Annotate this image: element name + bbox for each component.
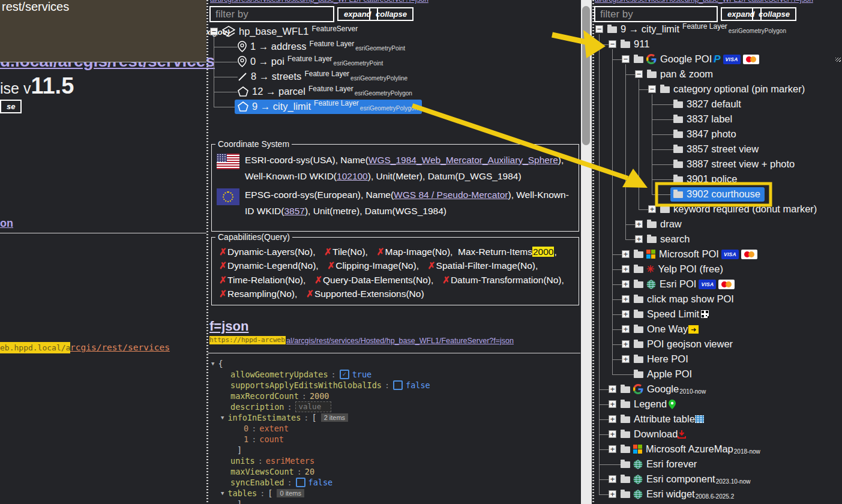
tree-item-hp-base-wfl1[interactable]: −hp_base_WFL1FeatureServer <box>210 24 358 39</box>
coord-link[interactable]: 102100 <box>337 171 368 181</box>
tree-guide-line <box>612 299 622 300</box>
tree-item-legend[interactable]: +Legend <box>609 397 676 412</box>
collapse-left-button[interactable]: se <box>0 100 22 113</box>
tree-guide-line <box>599 479 609 480</box>
tree-item-esri-poi[interactable]: +Esri POIVISA <box>622 277 735 292</box>
tree-item-9-city-limit[interactable]: 9 → city_limitFeature LayeresriGeometryP… <box>238 99 422 114</box>
tree-item-microsoft-poi[interactable]: +Microsoft POIVISA <box>622 247 757 262</box>
json-collapse-arrow[interactable]: ▼ <box>221 490 224 496</box>
tree-item-apple-poi[interactable]: Apple POI <box>622 367 692 382</box>
coord-link[interactable]: WGS_1984_Web_Mercator_Auxiliary_Sphere <box>368 155 558 165</box>
expand-toggle[interactable]: + <box>622 250 630 258</box>
expand-toggle[interactable]: + <box>609 475 616 483</box>
tree-item-yelp-poi-free[interactable]: +✳Yelp POI (free) <box>622 262 723 277</box>
tree-item-esri-widget[interactable]: +Esri widget2008.6-2025.2 <box>609 487 734 502</box>
folder-icon <box>621 476 630 483</box>
left-services-link[interactable]: rcgis/rest/services <box>70 343 170 352</box>
tree-item-9-city-limit[interactable]: −9 → city_limitFeature LayeresriGeometry… <box>595 22 786 37</box>
right-collapse-button[interactable]: collapse <box>752 7 796 21</box>
tree-item-label: Esri widget <box>646 488 695 500</box>
tree-item-draw[interactable]: +draw <box>635 217 682 232</box>
tree-item-attribute-table[interactable]: +Attribute table <box>609 412 704 427</box>
esri-globe-icon <box>633 475 643 484</box>
expand-toggle[interactable]: + <box>622 295 630 303</box>
x-mark-icon: ✗ <box>428 260 436 271</box>
mastercard-badge-icon <box>718 280 735 289</box>
tree-item-one-way[interactable]: +One Way➜ <box>622 322 699 337</box>
tree-item-911[interactable]: −911 <box>609 37 649 52</box>
tree-item-download[interactable]: +Download <box>609 427 686 442</box>
json-collapse-arrow[interactable]: ▼ <box>211 361 214 367</box>
middle-scrollbar-thumb[interactable] <box>582 6 590 145</box>
json-checkbox[interactable] <box>393 380 403 390</box>
tree-item-speed-limit[interactable]: +Speed Limit <box>622 307 709 322</box>
json-checkbox[interactable]: ✓ <box>340 370 349 379</box>
expand-toggle[interactable]: + <box>609 385 616 393</box>
expand-toggle[interactable]: + <box>635 220 643 228</box>
tree-item-keyword-required-donut-marker[interactable]: +keyword required (donut marker) <box>648 202 817 217</box>
tree-item-click-map-show-poi[interactable]: +click map show POI <box>622 292 734 307</box>
expand-toggle[interactable]: + <box>609 490 616 498</box>
tree-item-google[interactable]: +Google2010-now <box>609 382 706 397</box>
tree-item-google-poi[interactable]: −Google POIPVISA <box>622 52 759 67</box>
expand-toggle[interactable]: + <box>622 265 630 273</box>
json-placeholder-input[interactable]: value <box>295 401 332 412</box>
expand-toggle[interactable]: + <box>622 325 630 333</box>
tree-item-3887-street-view-photo[interactable]: 3887 street view + photo <box>661 157 795 172</box>
expand-toggle[interactable]: + <box>622 355 630 363</box>
folder-icon <box>634 371 643 378</box>
expand-toggle[interactable]: + <box>622 340 630 348</box>
expand-toggle[interactable]: + <box>648 205 656 213</box>
coord-link[interactable]: 3857 <box>284 206 304 216</box>
expand-toggle[interactable]: − <box>210 28 218 35</box>
tree-item-3857-street-view[interactable]: 3857 street view <box>661 142 759 157</box>
tree-item-microsoft-azuremap[interactable]: +Microsoft AzureMap2018-now <box>609 442 760 457</box>
tree-guide-line <box>214 92 238 92</box>
tree-item-poi-geojson-viewer[interactable]: +POI geojson viewer <box>622 337 733 352</box>
tree-guide-line <box>639 89 648 90</box>
expand-toggle[interactable]: + <box>609 430 616 438</box>
folder-icon <box>621 431 630 438</box>
right-filter-input[interactable] <box>594 6 718 22</box>
json-collapse-arrow[interactable]: ▼ <box>221 415 224 421</box>
middle-filter-input[interactable] <box>209 6 334 22</box>
right-clipped-url[interactable]: al/arcgis/rest/services/Hosted/hp_base_W… <box>595 0 841 4</box>
fjson-url-link[interactable]: al/arcgis/rest/services/Hosted/hp_base_W… <box>286 337 514 345</box>
expand-toggle[interactable]: + <box>609 445 616 453</box>
url-textarea[interactable]: rest/services <box>0 0 206 62</box>
json-key: tables <box>227 488 257 498</box>
tree-guide-line <box>625 74 635 75</box>
tree-item-8-streets[interactable]: 8 → streetsFeature LayeresriGeometryPoly… <box>238 69 407 84</box>
expand-toggle[interactable]: + <box>622 310 630 318</box>
middle-clipped-url[interactable]: al/arcgis/rest/services/Hosted/hp_base_W… <box>210 0 577 4</box>
tree-item-3827-default[interactable]: 3827 default <box>661 97 741 112</box>
tree-item-3837-label[interactable]: 3837 label <box>661 112 732 127</box>
expand-toggle[interactable]: + <box>635 235 643 243</box>
coord-link[interactable]: WGS 84 / Pseudo-Mercator <box>394 190 508 200</box>
tree-item-0-poi[interactable]: 0 → poiFeature LayeresriGeometryPoint <box>238 54 383 69</box>
tree-item-3847-photo[interactable]: 3847 photo <box>661 127 736 142</box>
tree-item-esri-forever[interactable]: Esri forever <box>609 457 697 472</box>
expand-toggle[interactable]: + <box>609 415 616 423</box>
json-checkbox[interactable] <box>296 478 305 487</box>
expand-toggle[interactable]: − <box>622 55 630 63</box>
expand-toggle[interactable]: − <box>595 25 603 33</box>
tree-item-esri-component[interactable]: +Esri component2023.10-now <box>609 472 750 487</box>
expand-toggle[interactable]: − <box>609 40 616 48</box>
middle-collapse-button[interactable]: collapse <box>369 7 413 21</box>
expand-toggle[interactable]: + <box>622 280 630 288</box>
tree-item-3901-police[interactable]: 3901 police <box>661 172 737 187</box>
tree-item-1-address[interactable]: 1 → addressFeature LayeresriGeometryPoin… <box>238 39 405 54</box>
expand-toggle[interactable]: − <box>648 85 656 93</box>
expand-toggle[interactable]: + <box>609 400 616 408</box>
fjson-link[interactable]: f=json <box>209 319 248 334</box>
tree-item-search[interactable]: +search <box>635 232 690 247</box>
tree-item-3902-courthouse[interactable]: 3902 courthouse <box>661 187 765 202</box>
tree-item-category-optional-pin-marker[interactable]: −category optional (pin marker) <box>648 82 805 97</box>
expand-toggle[interactable]: − <box>635 70 643 78</box>
left-small-link[interactable]: on <box>0 217 13 230</box>
tree-item-12-parcel[interactable]: 12 → parcelFeature LayeresriGeometryPoly… <box>238 84 412 99</box>
textarea-resize-handle[interactable] <box>835 58 841 62</box>
tree-item-pan-zoom[interactable]: −pan & zoom <box>635 67 713 82</box>
tree-item-here-poi[interactable]: +Here POI <box>622 352 688 367</box>
